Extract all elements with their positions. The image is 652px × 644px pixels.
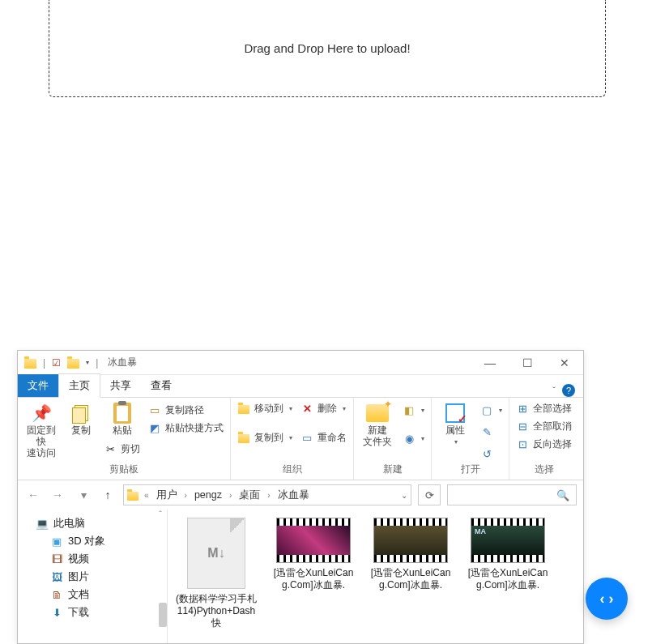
tab-share[interactable]: 共享 bbox=[100, 374, 141, 397]
open-button[interactable]: ▢▾ bbox=[479, 403, 504, 417]
upload-dropzone[interactable]: Drag and Drop Here to upload! bbox=[49, 0, 606, 97]
file-label: [迅雷仓XunLeiCang.Com]冰血暴. bbox=[467, 567, 548, 591]
minimize-button[interactable]: — bbox=[471, 351, 509, 375]
properties-label: 属性 bbox=[445, 425, 465, 437]
tree-label: 3D 对象 bbox=[68, 534, 105, 548]
select-none-icon: ⊟ bbox=[516, 420, 529, 433]
video-thumb bbox=[471, 518, 545, 563]
breadcrumb-pre[interactable]: « bbox=[142, 491, 151, 500]
tab-home[interactable]: 主页 bbox=[58, 373, 100, 398]
separator: | bbox=[96, 357, 98, 369]
chevron-right-icon[interactable]: › bbox=[265, 491, 272, 500]
pin-label: 固定到快 速访问 bbox=[23, 425, 60, 458]
paste-shortcut-button[interactable]: ◩ 粘贴快捷方式 bbox=[147, 420, 225, 436]
tree-pictures[interactable]: 🖼 图片 bbox=[18, 568, 167, 586]
content: ˆ 💻 此电脑 ▣ 3D 对象 🎞 视频 🖼 图片 🗎 文档 bbox=[18, 510, 583, 643]
tree-downloads[interactable]: ⬇ 下载 bbox=[18, 603, 167, 621]
tree-label: 下载 bbox=[68, 605, 89, 620]
file-item[interactable]: M↓ (数据科学学习手札114)Python+Dash快 bbox=[176, 518, 257, 629]
navbar: ← → ▾ ↑ « 用户 › pengz › 桌面 › 冰血暴 ⌄ ⟳ 🔍 bbox=[18, 480, 583, 510]
paste-icon bbox=[111, 403, 134, 424]
properties-button[interactable]: 属性 ▾ bbox=[437, 401, 474, 447]
film-icon: 🎞 bbox=[50, 552, 63, 565]
floating-nav-button[interactable]: ‹ › bbox=[586, 578, 628, 620]
search-box[interactable]: 🔍 bbox=[447, 484, 577, 505]
maximize-button[interactable]: ☐ bbox=[509, 351, 546, 375]
invert-icon: ⊡ bbox=[516, 438, 529, 451]
history-button[interactable]: ↺ bbox=[479, 446, 504, 461]
new-folder-icon bbox=[366, 403, 389, 424]
collapse-ribbon-icon[interactable]: ˇ bbox=[552, 386, 556, 395]
select-none-label: 全部取消 bbox=[533, 420, 572, 433]
tree-videos[interactable]: 🎞 视频 bbox=[18, 550, 167, 568]
history-dropdown[interactable]: ▾ bbox=[75, 486, 92, 504]
invert-selection-button[interactable]: ⊡ 反向选择 bbox=[514, 437, 573, 452]
breadcrumb-item[interactable]: 冰血暴 bbox=[276, 488, 311, 502]
chevron-right-icon[interactable]: › bbox=[227, 491, 234, 500]
tree-label: 图片 bbox=[68, 569, 89, 584]
delete-button[interactable]: ✕ 删除▾ bbox=[299, 401, 348, 416]
file-label: [迅雷仓XunLeiCang.Com]冰血暴. bbox=[370, 567, 451, 591]
folder-icon bbox=[24, 359, 36, 369]
qat-checkbox-icon[interactable]: ☑ bbox=[52, 357, 61, 369]
move-to-button[interactable]: 移动到▾ bbox=[236, 401, 294, 416]
select-all-icon: ⊞ bbox=[516, 403, 529, 416]
rename-icon: ▭ bbox=[300, 432, 313, 445]
breadcrumb-item[interactable]: 用户 bbox=[155, 488, 179, 502]
copy-button[interactable]: 复制 bbox=[65, 401, 97, 438]
file-item[interactable]: [迅雷仓XunLeiCang.Com]冰血暴. bbox=[467, 518, 548, 591]
copy-to-button[interactable]: 复制到▾ bbox=[236, 430, 294, 446]
file-item[interactable]: [迅雷仓XunLeiCang.Com]冰血暴. bbox=[370, 518, 451, 591]
back-button[interactable]: ← bbox=[24, 486, 42, 504]
breadcrumb-item[interactable]: pengz bbox=[193, 489, 224, 501]
qat-dropdown-icon[interactable]: ▾ bbox=[86, 359, 89, 366]
nav-tree[interactable]: ˆ 💻 此电脑 ▣ 3D 对象 🎞 视频 🖼 图片 🗎 文档 bbox=[18, 510, 168, 643]
ribbon-group-organize: 移动到▾ 复制到▾ ✕ 删除▾ ▭ 重命名 bbox=[231, 398, 354, 480]
video-thumb bbox=[373, 518, 448, 563]
refresh-button[interactable]: ⟳ bbox=[418, 484, 441, 505]
address-bar[interactable]: « 用户 › pengz › 桌面 › 冰血暴 ⌄ bbox=[123, 484, 411, 505]
up-button[interactable]: ↑ bbox=[99, 486, 117, 504]
tree-label: 文档 bbox=[68, 587, 89, 602]
copy-path-label: 复制路径 bbox=[165, 403, 204, 417]
ribbon-group-new: 新建 文件夹 ◧▾ ◉▾ 新建 bbox=[354, 398, 432, 480]
markdown-thumb: M↓ bbox=[187, 518, 245, 589]
tab-file[interactable]: 文件 bbox=[18, 374, 58, 397]
group-label: 选择 bbox=[514, 461, 573, 480]
tree-documents[interactable]: 🗎 文档 bbox=[18, 586, 167, 603]
forward-button[interactable]: → bbox=[49, 486, 66, 504]
file-list[interactable]: M↓ (数据科学学习手札114)Python+Dash快 [迅雷仓XunLeiC… bbox=[168, 510, 583, 643]
select-none-button[interactable]: ⊟ 全部取消 bbox=[514, 419, 573, 434]
paste-button[interactable]: 粘贴 bbox=[106, 401, 138, 438]
edit-button[interactable]: ✎ bbox=[479, 424, 504, 439]
breadcrumb-item[interactable]: 桌面 bbox=[237, 488, 262, 502]
cube-icon: ▣ bbox=[50, 535, 63, 548]
new-item-icon: ◧ bbox=[403, 403, 415, 416]
tree-label: 视频 bbox=[68, 552, 89, 566]
tab-view[interactable]: 查看 bbox=[141, 374, 181, 397]
cut-button[interactable]: ✂ 剪切 bbox=[102, 441, 142, 457]
group-label: 打开 bbox=[437, 461, 504, 480]
new-folder-button[interactable]: 新建 文件夹 bbox=[359, 401, 396, 450]
pin-quickaccess-button[interactable]: 📌 固定到快 速访问 bbox=[23, 401, 60, 460]
select-all-button[interactable]: ⊞ 全部选择 bbox=[514, 401, 573, 416]
chevron-right-icon[interactable]: › bbox=[182, 491, 190, 500]
file-explorer-window: | ☑ ▾ | 冰血暴 — ☐ ✕ 文件 主页 共享 查看 ˇ ? 📌 bbox=[17, 350, 584, 644]
copy-path-button[interactable]: ▭ 复制路径 bbox=[147, 403, 225, 418]
tree-label: 此电脑 bbox=[53, 516, 85, 531]
tree-scrollbar[interactable] bbox=[157, 510, 167, 643]
address-dropdown-icon[interactable]: ⌄ bbox=[401, 491, 407, 500]
copyto-label: 复制到 bbox=[254, 431, 283, 445]
close-button[interactable]: ✕ bbox=[546, 351, 583, 375]
new-item-button[interactable]: ◧▾ bbox=[401, 403, 426, 417]
help-icon[interactable]: ? bbox=[562, 384, 575, 397]
rename-button[interactable]: ▭ 重命名 bbox=[299, 430, 348, 446]
dropzone-text: Drag and Drop Here to upload! bbox=[244, 41, 410, 55]
easy-access-button[interactable]: ◉▾ bbox=[401, 431, 426, 446]
ribbon-group-select: ⊞ 全部选择 ⊟ 全部取消 ⊡ 反向选择 选择 bbox=[509, 398, 578, 480]
file-item[interactable]: [迅雷仓XunLeiCang.Com]冰血暴. bbox=[273, 518, 354, 591]
tree-3d-objects[interactable]: ▣ 3D 对象 bbox=[18, 532, 167, 550]
folder-icon[interactable] bbox=[67, 359, 79, 369]
tree-this-pc[interactable]: 💻 此电脑 bbox=[18, 514, 167, 532]
moveto-icon bbox=[237, 403, 250, 416]
